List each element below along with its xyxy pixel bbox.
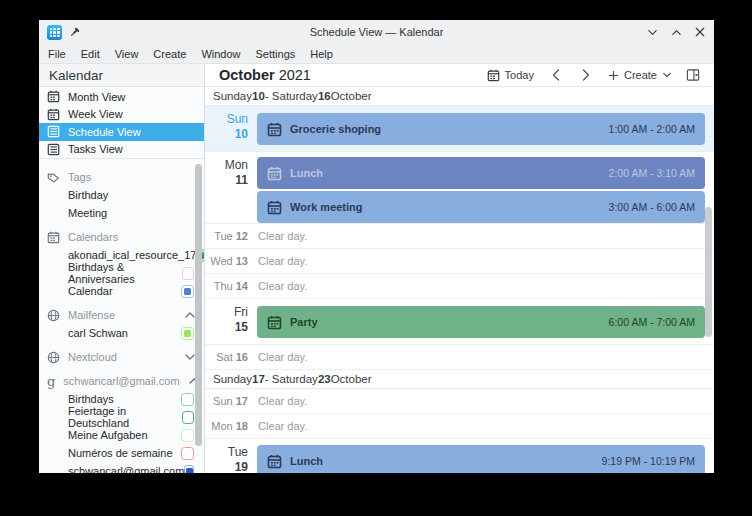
menu-help[interactable]: Help [310,48,333,60]
menu-create[interactable]: Create [153,48,186,60]
event-grocerie-shoping[interactable]: Grocerie shoping 1:00 AM - 2:00 AM [257,113,705,145]
calendar-checkbox[interactable] [181,327,194,340]
menu-file[interactable]: File [48,48,66,60]
tag-item-meeting[interactable]: Meeting [39,204,204,222]
calendar-checkbox[interactable] [181,429,194,442]
calendar-item[interactable]: Birthdays & Anniversaries [39,264,204,282]
day-row-sun-10: Sun10 Grocerie shoping 1:00 AM - 2:00 AM [205,106,714,152]
sidebar: Kalendar Month View Week View Schedule V… [39,64,205,473]
clear-day-text: Clear day. [258,351,307,363]
event-work-meeting[interactable]: Work meeting 3:00 AM - 6:00 AM [257,191,705,223]
day-label: Mon 18 [205,420,257,432]
menu-window[interactable]: Window [201,48,240,60]
event-time: 9:19 PM - 10:19 PM [602,455,695,467]
menubar: File Edit View Create Window Settings He… [39,44,714,64]
day-row-mon-11: Mon11 Lunch 2:00 AM - 3:10 AM Work meeti… [205,152,714,224]
titlebar[interactable]: Schedule View — Kalendar [39,20,714,44]
pin-icon [69,27,80,38]
calendar-checkbox[interactable] [181,285,194,298]
calendar-checkbox[interactable] [182,411,194,424]
tag-label: Meeting [68,207,107,219]
section-label: Tags [68,171,91,183]
menu-view[interactable]: View [115,48,139,60]
week-header: Sunday 10 - Saturday 16 October [205,87,714,106]
day-label: Tue 12 [205,230,257,242]
plus-icon [608,70,619,81]
calendar-checkbox[interactable] [181,393,194,406]
day-row-fri-15: Fri15 Party 6:00 AM - 7:00 AM [205,299,714,345]
event-lunch-2[interactable]: Lunch 9:19 PM - 10:19 PM [257,445,705,473]
previous-button[interactable] [544,67,568,83]
panel-icon [686,68,700,82]
calendars-section-header[interactable]: Calendars [39,228,204,246]
event-party[interactable]: Party 6:00 AM - 7:00 AM [257,306,705,338]
calendar-item[interactable]: Feiertage in Deutschland [39,408,204,426]
mailfense-section-header[interactable]: Mailfense [39,306,204,324]
google-icon: g [47,375,55,388]
tags-section-header[interactable]: Tags [39,168,204,186]
menu-settings[interactable]: Settings [256,48,296,60]
sidebar-scrollbar[interactable] [195,164,202,446]
day-label: Thu 14 [205,280,257,292]
maximize-button[interactable] [670,26,682,38]
today-calendar-icon [487,69,500,82]
day-row-sat-16: Sat 16 Clear day. [205,345,714,370]
minimize-button[interactable] [646,26,658,38]
chevron-down-icon [662,70,672,80]
calendar-item[interactable]: schwancarl@gmail.com [39,462,204,473]
sidebar-item-label: Tasks View [68,143,123,155]
event-time: 1:00 AM - 2:00 AM [609,123,695,135]
sidebar-item-month-view[interactable]: Month View [39,88,204,106]
sidebar-item-label: Month View [68,91,125,103]
day-label: Mon11 [205,152,257,223]
calendar-checkbox[interactable] [184,465,194,474]
gmail-section-header[interactable]: g schwancarl@gmail.com [39,372,204,390]
calendar-item[interactable]: carl Schwan [39,324,204,342]
event-title: Lunch [290,167,323,179]
calendar-checkbox[interactable] [181,447,194,460]
sidebar-item-label: Week View [68,108,123,120]
calendar-label: schwancarl@gmail.com [68,465,184,473]
calendar-item[interactable]: Numéros de semaine [39,444,204,462]
day-row-wed-13: Wed 13 Clear day. [205,249,714,274]
globe-icon [47,351,60,364]
clear-day-text: Clear day. [258,255,307,267]
event-title: Party [290,316,318,328]
sidebar-item-tasks-view[interactable]: Tasks View [39,141,204,159]
today-button[interactable]: Today [483,67,538,84]
nextcloud-section-header[interactable]: Nextcloud [39,348,204,366]
create-button[interactable]: Create [604,67,676,83]
main-panel: October 2021 Today Create [205,64,714,473]
info-panel-toggle-button[interactable] [682,66,704,84]
close-button[interactable] [694,26,706,38]
day-label: Fri15 [205,299,257,344]
sidebar-item-week-view[interactable]: Week View [39,106,204,124]
tag-item-birthday[interactable]: Birthday [39,186,204,204]
day-label: Wed 13 [205,255,257,267]
week-view-icon [47,108,60,121]
next-button[interactable] [574,67,598,83]
event-time: 2:00 AM - 3:10 AM [609,167,695,179]
tag-icon [47,171,60,184]
event-calendar-icon [267,315,282,330]
clear-day-text: Clear day. [258,230,307,242]
calendar-checkbox[interactable] [182,267,194,280]
day-row-sun-17: Sun 17 Clear day. [205,389,714,414]
section-label: Mailfense [68,309,115,321]
event-calendar-icon [267,122,282,137]
event-calendar-icon [267,200,282,215]
section-label: schwancarl@gmail.com [63,375,179,387]
event-lunch-selected[interactable]: Lunch 2:00 AM - 3:10 AM [257,157,705,189]
calendar-label: carl Schwan [68,327,128,339]
clear-day-text: Clear day. [258,420,307,432]
sidebar-item-schedule-view[interactable]: Schedule View [39,123,204,141]
event-title: Lunch [290,455,323,467]
menu-edit[interactable]: Edit [81,48,100,60]
schedule-scrollbar[interactable] [705,207,712,337]
section-label: Calendars [68,231,118,243]
event-title: Work meeting [290,201,363,213]
day-label-today: Sun10 [205,106,257,151]
calendars-icon [47,231,60,244]
tasks-view-icon [47,143,60,156]
month-view-icon [47,90,60,103]
